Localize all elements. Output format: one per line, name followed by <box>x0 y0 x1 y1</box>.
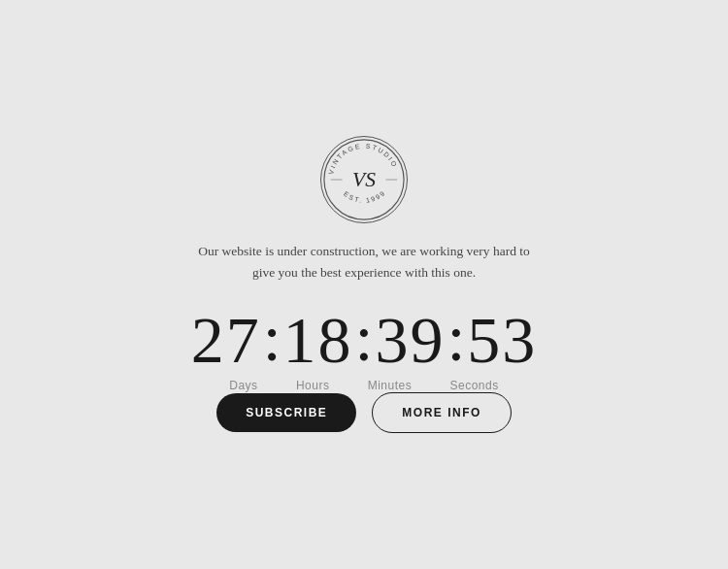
labels-line: Days Hours Minutes Seconds <box>191 375 538 392</box>
logo-svg: VINTAGE STUDIO EST. 1999 VS <box>321 136 407 223</box>
days-label: Days <box>229 379 257 392</box>
numbers-line: 27 : 18 : 39 : 53 <box>191 305 538 375</box>
buttons-row: SUBSCRIBE MORE INFO <box>216 392 512 433</box>
days-number: 27 <box>191 307 261 373</box>
separator-1: : <box>263 305 281 371</box>
tagline: Our website is under construction, we ar… <box>189 241 539 283</box>
logo-wrapper: VINTAGE STUDIO EST. 1999 VS <box>320 136 408 223</box>
logo-circle: VINTAGE STUDIO EST. 1999 VS <box>320 136 408 223</box>
separator-3: : <box>447 305 465 371</box>
hours-label: Hours <box>296 379 330 392</box>
countdown: 27 : 18 : 39 : 53 Days Hours Minutes Sec… <box>191 305 538 392</box>
minutes-label: Minutes <box>368 379 413 392</box>
svg-text:VS: VS <box>352 168 376 191</box>
page-container: VINTAGE STUDIO EST. 1999 VS Our website … <box>189 136 539 432</box>
seconds-label: Seconds <box>450 379 499 392</box>
hours-number: 18 <box>283 307 353 373</box>
minutes-number: 39 <box>375 307 445 373</box>
seconds-number: 53 <box>467 307 537 373</box>
separator-2: : <box>355 305 374 371</box>
more-info-button[interactable]: MORE INFO <box>372 392 512 433</box>
subscribe-button[interactable]: SUBSCRIBE <box>216 393 356 432</box>
